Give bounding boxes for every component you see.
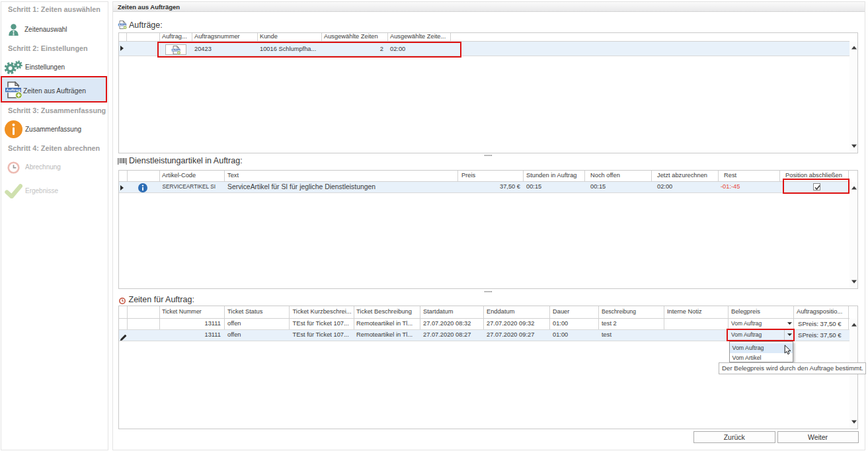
svg-text:Auftrag: Auftrag — [6, 87, 20, 92]
